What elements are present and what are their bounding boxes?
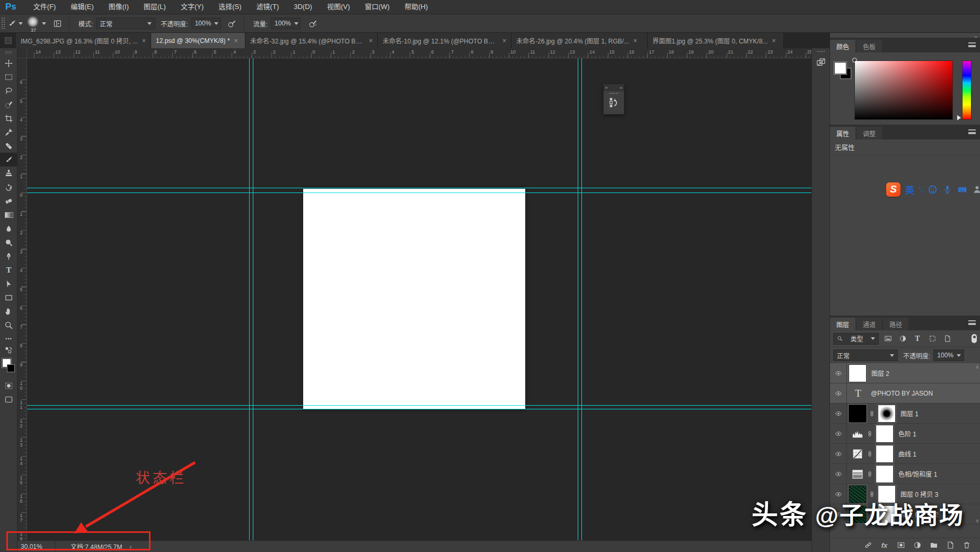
- levels-adjustment-icon[interactable]: [851, 427, 864, 440]
- menu-item[interactable]: 文件(F): [26, 0, 64, 14]
- guide-vertical[interactable]: [578, 58, 578, 540]
- guide-horizontal[interactable]: [27, 409, 811, 409]
- clone-source-mini-panel[interactable]: » ×: [603, 84, 624, 115]
- close-icon[interactable]: ×: [142, 37, 146, 45]
- menu-item[interactable]: 3D(D): [286, 0, 320, 14]
- ime-language-toggle[interactable]: 英: [905, 183, 914, 196]
- layer-mask-thumbnail[interactable]: [878, 405, 896, 423]
- close-icon[interactable]: ×: [369, 37, 373, 45]
- layer-row[interactable]: 色相/饱和度 1: [830, 464, 980, 484]
- filter-adjustment-layers-icon[interactable]: [897, 334, 908, 344]
- color-position-marker[interactable]: [852, 58, 857, 63]
- layer-name[interactable]: 图层 1: [900, 409, 919, 418]
- new-group-button[interactable]: [929, 540, 939, 550]
- guide-vertical[interactable]: [253, 58, 253, 540]
- filter-pixel-layers-icon[interactable]: [882, 334, 894, 344]
- document-tab-active[interactable]: 12.psd @ 30%(CMYK/8) * ×: [151, 33, 245, 48]
- panel-menu-icon[interactable]: [968, 320, 976, 325]
- menu-item[interactable]: 选择(S): [211, 0, 249, 14]
- vertical-ruler[interactable]: 6543210123456789101112131415161718: [17, 58, 27, 540]
- tab-properties[interactable]: 属性: [830, 127, 855, 139]
- eyedropper-tool[interactable]: [0, 125, 17, 139]
- emoji-icon[interactable]: [928, 185, 938, 195]
- zoom-tool[interactable]: [0, 318, 17, 332]
- pressure-opacity-icon[interactable]: [224, 16, 240, 30]
- filter-type-layers-icon[interactable]: T: [912, 334, 923, 344]
- filter-type-select[interactable]: 类型: [833, 333, 879, 345]
- foreground-color-swatch[interactable]: [834, 62, 846, 74]
- screen-mode-button[interactable]: [0, 392, 17, 406]
- menu-item[interactable]: 滤镜(T): [249, 0, 287, 14]
- delete-layer-button[interactable]: [962, 540, 972, 550]
- curves-adjustment-icon[interactable]: [851, 448, 864, 460]
- layer-row[interactable]: 图层 2: [830, 363, 980, 383]
- close-icon[interactable]: ×: [772, 37, 776, 45]
- collapsed-panel-icon[interactable]: [812, 55, 829, 69]
- spot-healing-brush-tool[interactable]: [0, 139, 17, 153]
- strip-grip[interactable]: [817, 50, 825, 53]
- close-icon[interactable]: ×: [620, 85, 622, 90]
- ime-punctuation-toggle[interactable]: ’,: [919, 186, 923, 194]
- layer-thumbnail[interactable]: [849, 405, 867, 423]
- blend-mode-select[interactable]: 正常: [96, 17, 155, 29]
- hue-saturation-adjustment-icon[interactable]: [851, 468, 864, 480]
- background-color-swatch[interactable]: [7, 364, 15, 372]
- document-tab[interactable]: 未命名-10.jpg @ 12.1% (@PHOTO BY J... ×: [378, 33, 511, 48]
- menu-item[interactable]: 窗口(W): [357, 0, 397, 14]
- guide-horizontal[interactable]: [27, 192, 811, 193]
- eraser-tool[interactable]: [0, 194, 17, 208]
- tab-swatches[interactable]: 色板: [857, 40, 882, 52]
- panel-menu-icon[interactable]: [968, 42, 976, 47]
- layer-name[interactable]: 曲线 1: [898, 449, 916, 458]
- guide-vertical[interactable]: [581, 58, 582, 540]
- quick-mask-button[interactable]: [0, 379, 17, 392]
- microphone-icon[interactable]: [942, 185, 952, 195]
- new-adjustment-layer-button[interactable]: [913, 540, 922, 550]
- saturation-brightness-field[interactable]: [854, 60, 953, 120]
- pen-tool[interactable]: [0, 249, 17, 263]
- visibility-toggle[interactable]: [830, 424, 847, 444]
- link-layers-button[interactable]: [863, 540, 873, 550]
- panel-menu-icon[interactable]: [968, 129, 976, 134]
- horizontal-ruler[interactable]: 1413121110987654321012345678910111213141…: [27, 48, 811, 58]
- gradient-tool[interactable]: [0, 208, 17, 222]
- layer-name[interactable]: @PHOTO BY JASON: [871, 390, 933, 397]
- close-icon[interactable]: ×: [633, 37, 637, 45]
- rectangular-marquee-tool[interactable]: [0, 70, 17, 84]
- scroll-down-icon[interactable]: ∨: [975, 518, 979, 523]
- profile-icon[interactable]: [972, 185, 980, 195]
- document-tab[interactable]: IMG_6298.JPG @ 16.3% (图层 0 拷贝, ... ×: [16, 33, 151, 48]
- tool-preset-brush-icon[interactable]: [5, 16, 19, 30]
- clone-source-icon[interactable]: [608, 96, 620, 109]
- layer-blend-mode-select[interactable]: 正常: [833, 349, 898, 361]
- new-layer-button[interactable]: [946, 540, 955, 550]
- hand-tool[interactable]: [0, 304, 17, 318]
- guide-vertical[interactable]: [249, 58, 250, 540]
- lasso-tool[interactable]: [0, 84, 17, 98]
- toolbox-grip[interactable]: [5, 51, 12, 54]
- menu-item[interactable]: 视图(V): [320, 0, 357, 14]
- swap-colors-icon[interactable]: [0, 346, 17, 355]
- mask-link-icon[interactable]: [867, 428, 873, 439]
- type-tool[interactable]: T: [0, 263, 17, 277]
- menu-item[interactable]: 图层(L): [136, 0, 173, 14]
- tab-channels[interactable]: 通道: [857, 318, 882, 330]
- filter-toggle-pill[interactable]: [972, 334, 977, 343]
- scroll-up-icon[interactable]: ∧: [975, 364, 979, 370]
- visibility-toggle[interactable]: [830, 444, 847, 464]
- flow-select[interactable]: 100%: [271, 17, 301, 29]
- crop-tool[interactable]: [0, 111, 17, 125]
- document-tab[interactable]: 未命名-26.jpg @ 20.4% (图层 1, RGB/... ×: [511, 33, 648, 48]
- layer-name[interactable]: 图层 2: [871, 369, 889, 378]
- sogou-logo-icon[interactable]: S: [886, 182, 900, 197]
- guide-horizontal[interactable]: [27, 405, 811, 406]
- layer-row[interactable]: T @PHOTO BY JASON: [830, 383, 980, 404]
- brush-tool-selected[interactable]: [0, 153, 17, 167]
- mask-link-icon[interactable]: [869, 408, 875, 419]
- brush-picker-caret[interactable]: [42, 22, 46, 25]
- history-brush-tool[interactable]: [0, 180, 17, 194]
- filter-smart-objects-icon[interactable]: [941, 334, 953, 344]
- panel-grip[interactable]: [609, 92, 619, 95]
- visibility-toggle[interactable]: [830, 404, 847, 424]
- opacity-select[interactable]: 100%: [191, 17, 221, 29]
